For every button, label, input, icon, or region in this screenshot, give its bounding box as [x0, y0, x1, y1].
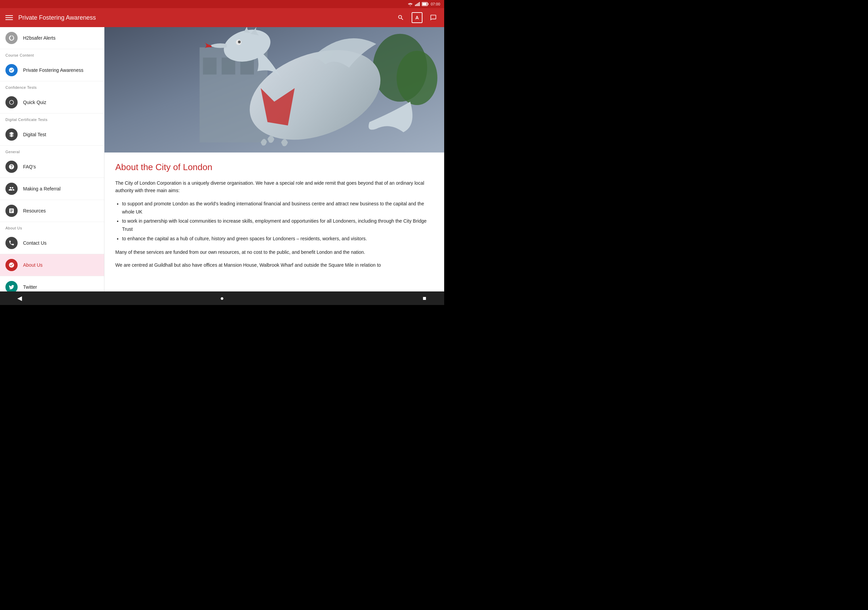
- svg-point-15: [397, 51, 437, 105]
- twitter-icon: [5, 281, 18, 291]
- svg-rect-6: [428, 3, 429, 5]
- section-header-general: General: [0, 146, 104, 156]
- search-button[interactable]: [395, 12, 406, 23]
- bullet-item-1: to support and promote London as the wor…: [122, 200, 433, 216]
- resources-label: Resources: [23, 208, 46, 214]
- article-para-2: Many of these services are funded from o…: [115, 248, 433, 256]
- hero-image: [104, 27, 444, 153]
- digital-test-label: Digital Test: [23, 132, 46, 137]
- status-bar: 07:00: [0, 0, 444, 8]
- svg-rect-3: [418, 3, 419, 6]
- text-size-button[interactable]: A: [412, 12, 423, 23]
- app-title: Private Fostering Awareness: [18, 14, 390, 21]
- sidebar: H2bsafer Alerts Course Content Private F…: [0, 27, 104, 291]
- article-para-3: We are centred at Guildhall but also hav…: [115, 261, 433, 269]
- home-button[interactable]: ●: [216, 292, 228, 304]
- sidebar-item-about-us[interactable]: About Us: [0, 254, 104, 276]
- quick-quiz-icon: [5, 96, 18, 108]
- time-display: 07:00: [431, 2, 440, 6]
- svg-rect-0: [415, 5, 416, 6]
- resources-icon: [5, 205, 18, 217]
- quick-quiz-label: Quick Quiz: [23, 100, 46, 105]
- twitter-label: Twitter: [23, 284, 37, 290]
- digital-test-icon: [5, 129, 18, 141]
- section-header-course: Course Content: [0, 49, 104, 59]
- svg-rect-1: [416, 4, 417, 6]
- making-referral-label: Making a Referral: [23, 186, 61, 192]
- sidebar-item-contact-us[interactable]: Contact Us: [0, 232, 104, 254]
- battery-icon: [422, 2, 429, 6]
- sidebar-item-twitter[interactable]: Twitter: [0, 276, 104, 291]
- app-bar-actions: A: [395, 12, 439, 23]
- private-fostering-icon: [5, 64, 18, 76]
- section-header-digital: Digital Certificate Tests: [0, 113, 104, 124]
- private-fostering-label: Private Fostering Awareness: [23, 67, 84, 73]
- recents-button[interactable]: ■: [418, 292, 431, 304]
- article-para-1: The City of London Corporation is a uniq…: [115, 179, 433, 195]
- sidebar-item-private-fostering[interactable]: Private Fostering Awareness: [0, 59, 104, 81]
- faqs-label: FAQ's: [23, 164, 36, 169]
- wifi-icon: [408, 2, 413, 6]
- bullet-item-2: to work in partnership with local commun…: [122, 217, 433, 234]
- main-layout: H2bsafer Alerts Course Content Private F…: [0, 27, 444, 291]
- contact-us-label: Contact Us: [23, 240, 46, 246]
- content-area: About the City of London The City of Lon…: [104, 27, 444, 291]
- app-bar: Private Fostering Awareness A: [0, 8, 444, 27]
- alerts-label: H2bsafer Alerts: [23, 35, 56, 41]
- article-bullet-list: to support and promote London as the wor…: [122, 200, 433, 243]
- svg-rect-7: [423, 3, 427, 5]
- nav-bar: ◀ ● ■: [0, 291, 444, 305]
- article-title: About the City of London: [115, 162, 433, 172]
- contact-us-icon: [5, 237, 18, 249]
- about-us-label: About Us: [23, 262, 43, 268]
- bullet-item-3: to enhance the capital as a hub of cultu…: [122, 235, 433, 243]
- menu-button[interactable]: [5, 15, 13, 20]
- back-button[interactable]: ◀: [14, 292, 26, 304]
- faqs-icon: [5, 161, 18, 173]
- section-header-about: About Us: [0, 222, 104, 232]
- svg-rect-4: [419, 2, 420, 6]
- alerts-icon: [5, 32, 18, 44]
- about-us-icon: [5, 259, 18, 271]
- section-header-confidence: Confidence Tests: [0, 81, 104, 91]
- sidebar-item-making-referral[interactable]: Making a Referral: [0, 178, 104, 200]
- svg-point-19: [238, 41, 241, 43]
- sidebar-item-alerts[interactable]: H2bsafer Alerts: [0, 27, 104, 49]
- sidebar-item-resources[interactable]: Resources: [0, 200, 104, 222]
- chat-button[interactable]: [428, 12, 439, 23]
- sidebar-item-quick-quiz[interactable]: Quick Quiz: [0, 91, 104, 113]
- svg-point-8: [9, 100, 14, 104]
- article: About the City of London The City of Lon…: [104, 153, 444, 284]
- making-referral-icon: [5, 183, 18, 195]
- svg-rect-11: [203, 57, 217, 74]
- sidebar-item-digital-test[interactable]: Digital Test: [0, 124, 104, 146]
- svg-rect-2: [417, 3, 418, 6]
- sidebar-item-faqs[interactable]: FAQ's: [0, 156, 104, 178]
- signal-icon: [415, 2, 420, 6]
